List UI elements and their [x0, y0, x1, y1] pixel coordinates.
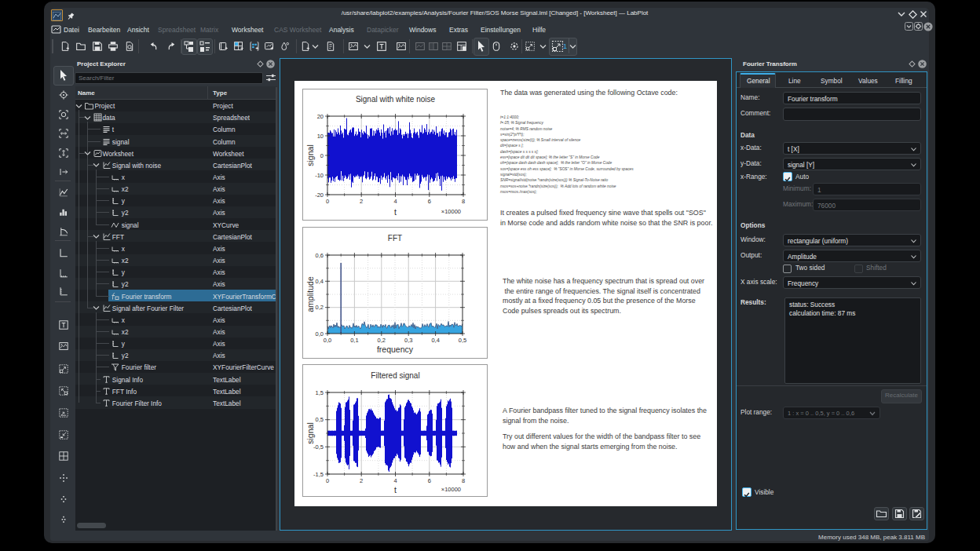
svg-text:6: 6 [428, 477, 431, 484]
svg-text:10: 10 [317, 133, 324, 140]
svg-text:0,0: 0,0 [324, 337, 331, 344]
svg-text:amplitude: amplitude [305, 276, 315, 312]
svg-text:0,5: 0,5 [459, 337, 466, 344]
svg-text:0,1: 0,1 [350, 337, 358, 344]
svg-text:signal: signal [305, 422, 315, 443]
svg-text:0: 0 [326, 198, 329, 205]
svg-text:-0,5: -0,5 [313, 443, 324, 451]
svg-text:8: 8 [462, 198, 465, 205]
svg-text:×10000: ×10000 [441, 486, 461, 493]
svg-text:4: 4 [393, 198, 397, 205]
svg-text:signal: signal [305, 144, 315, 166]
svg-text:Filtered signal: Filtered signal [371, 371, 419, 380]
svg-text:FFT: FFT [388, 234, 402, 243]
svg-text:-1,5: -1,5 [313, 471, 324, 478]
svg-text:0,2: 0,2 [378, 337, 386, 344]
svg-text:0,3: 0,3 [404, 337, 412, 344]
svg-text:0,5: 0,5 [316, 416, 324, 423]
svg-text:×10000: ×10000 [441, 208, 461, 215]
svg-text:8: 8 [462, 477, 465, 484]
svg-text:t: t [394, 207, 397, 217]
svg-text:0,2: 0,2 [316, 304, 324, 311]
svg-text:0: 0 [326, 477, 329, 484]
svg-text:-10: -10 [315, 172, 324, 179]
svg-text:0,4: 0,4 [316, 278, 324, 285]
svg-text:2: 2 [360, 198, 363, 205]
svg-text:0: 0 [320, 152, 324, 159]
svg-text:20: 20 [317, 113, 324, 120]
svg-text:0,6: 0,6 [316, 252, 324, 259]
svg-text:t: t [394, 485, 397, 494]
svg-text:2: 2 [360, 477, 363, 484]
svg-text:4: 4 [393, 477, 397, 484]
svg-text:0,4: 0,4 [431, 337, 439, 344]
svg-text:0,0: 0,0 [316, 330, 324, 338]
svg-text:Signal with white noise: Signal with white noise [356, 95, 436, 104]
svg-text:1,5: 1,5 [316, 389, 324, 396]
svg-text:6: 6 [428, 198, 431, 205]
svg-text:-20: -20 [315, 192, 324, 199]
svg-text:frequency: frequency [377, 345, 414, 354]
